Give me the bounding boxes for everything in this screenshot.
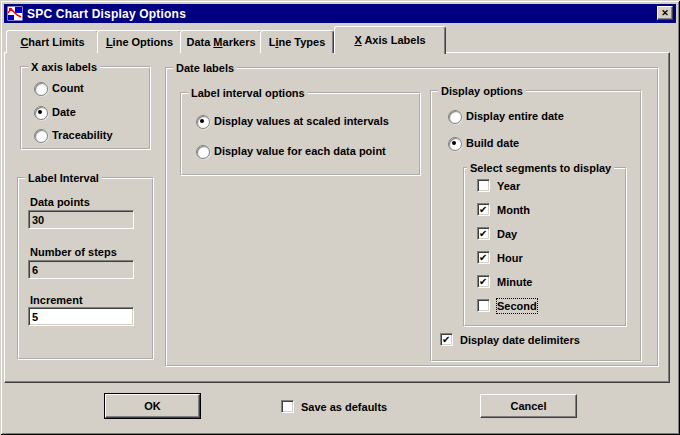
number-of-steps-label: Number of steps [30, 245, 117, 259]
radio-display-entire-date-label[interactable]: Display entire date [466, 109, 564, 123]
tab-data-markers[interactable]: Data Markers [180, 30, 262, 53]
display-options-group-title: Display options [438, 84, 526, 98]
tab-line-types[interactable]: Line Types [260, 30, 334, 53]
increment-field[interactable]: 5 [28, 307, 134, 326]
checkbox-minute-label[interactable]: Minute [497, 275, 532, 289]
tab-chart-limits-label: Chart Limits [20, 36, 84, 48]
data-points-value: 30 [32, 214, 44, 226]
tab-line-options[interactable]: Line Options [97, 30, 182, 53]
number-of-steps-field[interactable]: 6 [28, 260, 134, 279]
radio-date-label[interactable]: Date [52, 105, 76, 119]
tab-x-axis-labels-label: X Axis Labels [354, 34, 425, 46]
cancel-button-label: Cancel [510, 400, 546, 412]
checkbox-year-label[interactable]: Year [497, 179, 520, 193]
date-labels-group-title: Date labels [173, 61, 237, 75]
tab-line-types-label: Line Types [269, 36, 326, 48]
checkbox-minute[interactable] [477, 275, 490, 288]
ok-button[interactable]: OK [105, 394, 200, 418]
checkbox-save-as-defaults[interactable] [281, 400, 294, 413]
increment-value: 5 [32, 311, 38, 323]
radio-date[interactable] [34, 106, 48, 120]
checkbox-year[interactable] [477, 179, 490, 192]
cancel-button[interactable]: Cancel [480, 394, 577, 418]
increment-label: Increment [30, 293, 83, 307]
tab-data-markers-label: Data Markers [186, 36, 255, 48]
tab-chart-limits[interactable]: Chart Limits [6, 30, 99, 53]
close-icon: ✕ [661, 9, 669, 18]
checkbox-day[interactable] [477, 227, 490, 240]
window-title: SPC Chart Display Options [27, 7, 186, 21]
title-bar[interactable]: SPC Chart Display Options ✕ [4, 4, 676, 23]
label-interval-options-group: Label interval options [180, 92, 421, 176]
checkbox-second[interactable] [477, 299, 490, 312]
radio-count-label[interactable]: Count [52, 81, 84, 95]
checkbox-display-date-delimiters-label[interactable]: Display date delimiters [460, 333, 580, 347]
ok-button-label: OK [144, 400, 161, 412]
data-points-field[interactable]: 30 [28, 210, 134, 229]
checkbox-second-label[interactable]: Second [497, 299, 537, 313]
close-button[interactable]: ✕ [657, 6, 673, 20]
checkbox-save-as-defaults-label[interactable]: Save as defaults [301, 400, 387, 414]
radio-scaled-intervals-label[interactable]: Display values at scaled intervals [214, 114, 389, 128]
label-interval-group-title: Label Interval [25, 171, 102, 185]
radio-each-data-point-label[interactable]: Display value for each data point [214, 144, 386, 158]
checkbox-hour[interactable] [477, 251, 490, 264]
label-interval-options-group-title: Label interval options [188, 86, 308, 100]
tab-line-options-label: Line Options [106, 36, 173, 48]
number-of-steps-value: 6 [32, 264, 38, 276]
radio-each-data-point[interactable] [196, 145, 210, 159]
radio-traceability[interactable] [34, 129, 48, 143]
checkbox-month-label[interactable]: Month [497, 203, 530, 217]
data-points-label: Data points [30, 195, 90, 209]
spc-chart-display-options-dialog: SPC Chart Display Options ✕ Chart Limits… [0, 0, 680, 435]
radio-build-date[interactable] [448, 137, 462, 151]
radio-traceability-label[interactable]: Traceability [52, 128, 113, 142]
checkbox-month[interactable] [477, 203, 490, 216]
checkbox-display-date-delimiters[interactable] [440, 333, 453, 346]
radio-display-entire-date[interactable] [448, 110, 462, 124]
tab-x-axis-labels[interactable]: X Axis Labels [334, 26, 446, 54]
app-icon [7, 6, 23, 21]
radio-build-date-label[interactable]: Build date [466, 136, 519, 150]
x-axis-labels-group-title: X axis labels [28, 60, 100, 74]
radio-count[interactable] [34, 82, 48, 96]
checkbox-hour-label[interactable]: Hour [497, 251, 523, 265]
checkbox-day-label[interactable]: Day [497, 227, 517, 241]
radio-scaled-intervals[interactable] [196, 115, 210, 129]
select-segments-group-title: Select segments to display [467, 161, 614, 175]
